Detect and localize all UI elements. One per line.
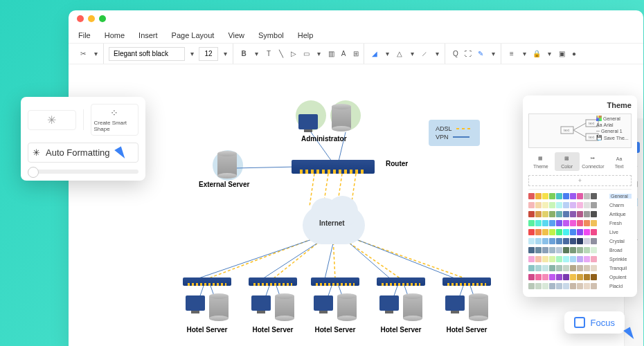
create-smart-shape-button[interactable]: ⁘ Create Smart Shape [91, 104, 139, 136]
color-swatch [591, 247, 597, 253]
settings-icon[interactable]: ● [569, 48, 580, 60]
theme-preview[interactable]: text text text General AaArial ─General … [528, 113, 632, 148]
color-swatch [563, 220, 569, 226]
dropdown-icon[interactable]: ▾ [431, 48, 442, 60]
auto-layout-button[interactable]: ✳ [28, 110, 76, 130]
color-swatch [584, 283, 590, 289]
dropdown-icon[interactable]: ▾ [519, 48, 530, 60]
color-swatch [556, 274, 562, 280]
color-swatch [556, 229, 562, 235]
format-slider[interactable] [28, 170, 138, 174]
close-icon[interactable] [77, 15, 84, 22]
svg-text:text: text [589, 135, 595, 139]
color-scheme-row[interactable]: Fresh [528, 219, 632, 226]
align-icon[interactable]: ≡ [506, 48, 517, 60]
color-scheme-row[interactable]: Sprinkle [528, 255, 632, 262]
expand-icon[interactable]: ⛶ [463, 48, 474, 60]
tab-color[interactable]: ▩Color [555, 152, 580, 171]
maximize-icon[interactable] [99, 15, 106, 22]
dropdown-icon[interactable]: ▾ [488, 48, 499, 60]
hotel-server-node[interactable]: Hotel Server [311, 277, 359, 334]
menu-home[interactable]: Home [105, 31, 125, 39]
color-swatch [535, 247, 542, 253]
internet-label: Internet [319, 219, 345, 227]
color-scheme-row[interactable]: Live [528, 228, 632, 235]
hotel-server-node[interactable]: Hotel Server [183, 277, 231, 334]
color-wheel-icon [596, 116, 602, 121]
color-swatch [535, 202, 542, 208]
dropdown-icon[interactable]: ▾ [251, 48, 262, 60]
color-swatch [542, 247, 548, 253]
scheme-label: Antique [609, 212, 632, 217]
svg-line-2 [235, 167, 297, 168]
search-icon[interactable]: Q [450, 48, 461, 60]
add-scheme-button[interactable]: + [528, 175, 632, 186]
hotel-server-node[interactable]: Hotel Server [377, 277, 425, 334]
color-scheme-row[interactable]: Opulent [528, 273, 632, 280]
color-swatch [563, 247, 569, 253]
color-swatch [542, 274, 548, 280]
color-swatch [528, 247, 535, 253]
color-scheme-row[interactable]: General [528, 192, 632, 199]
router-node[interactable] [292, 160, 375, 174]
lock-icon[interactable]: 🔒 [531, 48, 542, 60]
color-scheme-row[interactable]: Broad [528, 246, 632, 253]
text2-icon[interactable]: A [338, 48, 349, 60]
color-swatch [542, 265, 548, 271]
font-select[interactable] [109, 47, 185, 61]
dropdown-icon[interactable]: ▾ [186, 48, 197, 60]
menu-file[interactable]: File [78, 31, 91, 39]
dropdown-icon[interactable]: ▾ [382, 48, 393, 60]
chart-icon[interactable]: ▥ [325, 48, 337, 60]
dropdown-icon[interactable]: ▾ [313, 48, 324, 60]
menu-pagelayout[interactable]: Page Layout [172, 31, 215, 39]
pointer-icon[interactable]: ▷ [288, 48, 299, 60]
fill-icon[interactable]: ◢ [369, 48, 380, 60]
more-icon[interactable]: ▣ [556, 48, 567, 60]
color-swatch [591, 265, 597, 271]
hotel-server-node[interactable]: Hotel Server [249, 277, 297, 334]
tab-text[interactable]: AaText [607, 152, 632, 171]
menu-symbol[interactable]: Symbol [258, 31, 284, 39]
cut-icon[interactable]: ✂ [78, 48, 89, 60]
minimize-icon[interactable] [88, 15, 95, 22]
shape-icon[interactable]: ▭ [301, 48, 312, 60]
color-swatch [584, 256, 590, 262]
dropdown-icon[interactable]: ▾ [406, 48, 418, 60]
style-icon[interactable]: △ [394, 48, 405, 60]
svg-line-11 [350, 237, 467, 279]
size-select[interactable] [199, 47, 218, 61]
hotel-server-node[interactable]: Hotel Server [442, 277, 491, 334]
line-icon[interactable]: ╲ [276, 48, 287, 60]
text-icon[interactable]: T [263, 48, 274, 60]
color-swatch [542, 229, 548, 235]
color-scheme-row[interactable]: Antique [528, 210, 632, 217]
pen-icon[interactable]: ✎ [475, 48, 486, 60]
grid-icon[interactable]: ⊞ [350, 48, 361, 60]
menu-help[interactable]: Help [298, 31, 314, 39]
color-swatch [549, 283, 555, 289]
crop-icon[interactable]: ⟋ [419, 48, 430, 60]
tab-theme[interactable]: ▦Theme [528, 152, 553, 171]
color-swatch [528, 229, 535, 235]
dropdown-icon[interactable]: ▾ [220, 48, 231, 60]
color-swatch [528, 274, 535, 280]
color-swatch [549, 238, 555, 244]
text-aa-icon: Aa [596, 122, 602, 127]
dropdown-icon[interactable]: ▾ [90, 48, 101, 60]
menu-view[interactable]: View [228, 31, 244, 39]
focus-button[interactable]: Focus [564, 311, 625, 334]
tab-connector[interactable]: ↦Connector [581, 152, 606, 171]
administrator-node[interactable] [298, 106, 351, 129]
color-scheme-row[interactable]: Crystal [528, 237, 632, 244]
color-scheme-row[interactable]: Charm [528, 201, 632, 208]
external-server-node[interactable] [217, 153, 237, 176]
menu-insert[interactable]: Insert [138, 31, 158, 39]
bold-icon[interactable]: B [238, 48, 249, 60]
dropdown-icon[interactable]: ▾ [544, 48, 555, 60]
color-swatch [528, 193, 535, 199]
color-swatch [542, 238, 548, 244]
color-swatch [570, 229, 576, 235]
color-scheme-row[interactable]: Placid [528, 282, 632, 289]
color-scheme-row[interactable]: Tranquil [528, 264, 632, 271]
